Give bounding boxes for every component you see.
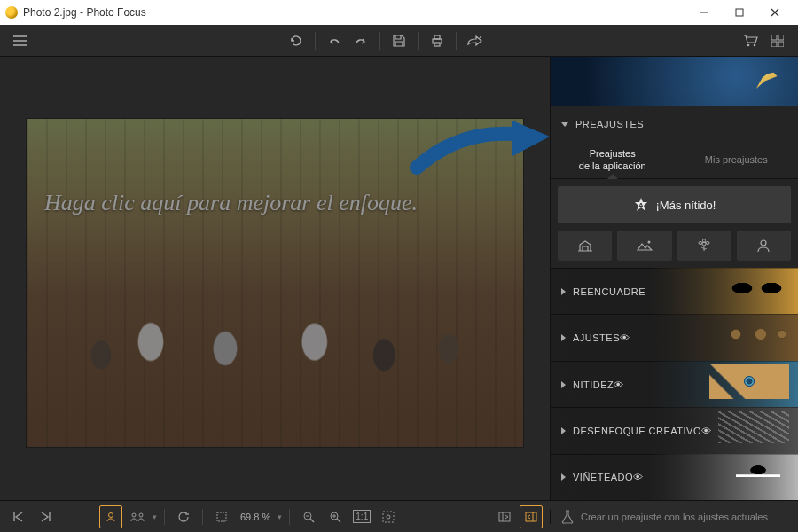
svg-point-27 <box>132 513 136 517</box>
svg-point-10 <box>747 43 750 46</box>
zoom-region-button[interactable] <box>377 505 400 528</box>
flask-icon <box>561 510 574 524</box>
svg-rect-12 <box>771 35 777 40</box>
cart-button[interactable] <box>738 27 764 54</box>
tab-app-presets-line1: Preajustes <box>590 148 636 160</box>
print-button[interactable] <box>424 27 450 54</box>
svg-rect-29 <box>217 512 226 521</box>
section-vineteado-label: VIÑETEADO <box>573 472 633 482</box>
presets-section-header[interactable]: PREAJUSTES <box>551 106 798 142</box>
create-preset-label: Crear un preajuste con los ajustes actua… <box>581 512 768 522</box>
redo-button[interactable] <box>348 27 374 54</box>
panel-toggle-right-button[interactable] <box>520 505 543 528</box>
hint-overlay-text: Haga clic aquí para mejorar el enfoque. <box>44 190 505 216</box>
section-desenfoque[interactable]: DESENFOQUE CREATIVO 👁 <box>551 407 798 453</box>
close-button[interactable] <box>757 0 793 25</box>
svg-rect-37 <box>383 512 394 522</box>
svg-point-28 <box>139 513 143 517</box>
svg-rect-15 <box>778 42 784 47</box>
zoom-100-button[interactable]: 1:1 <box>350 505 373 528</box>
svg-rect-14 <box>771 42 777 47</box>
undo-history-button[interactable] <box>283 27 309 54</box>
sidebar: PREAJUSTES Preajustes de la aplicación M… <box>550 57 798 500</box>
prev-image-button[interactable] <box>7 505 30 528</box>
chevron-right-icon <box>561 473 566 481</box>
section-vineteado[interactable]: VIÑETEADO 👁 <box>551 454 798 500</box>
chevron-right-icon <box>561 334 566 341</box>
svg-line-34 <box>337 519 340 522</box>
eye-icon: 👁 <box>701 426 712 436</box>
section-nitidez[interactable]: NITIDEZ 👁 <box>551 361 798 407</box>
tab-app-presets[interactable]: Preajustes de la aplicación <box>551 142 675 178</box>
menu-button[interactable] <box>7 27 34 54</box>
section-reencuadre-label: REENCUADRE <box>573 286 645 297</box>
eye-icon: 👁 <box>633 472 644 482</box>
preset-cat-portrait[interactable] <box>737 231 791 261</box>
view-compare-button[interactable] <box>126 505 149 528</box>
share-button[interactable] <box>462 27 489 54</box>
preset-cat-macro[interactable] <box>677 231 732 261</box>
svg-point-11 <box>754 43 756 46</box>
svg-line-31 <box>310 519 314 522</box>
section-reencuadre[interactable]: REENCUADRE <box>551 268 798 314</box>
svg-rect-8 <box>434 35 440 39</box>
eye-icon: 👁 <box>620 332 630 343</box>
maximize-button[interactable] <box>722 0 757 25</box>
svg-point-38 <box>387 515 390 519</box>
svg-rect-13 <box>778 35 784 40</box>
building-icon <box>577 239 593 252</box>
presets-header-label: PREAJUSTES <box>575 119 644 129</box>
flower-icon <box>697 239 711 253</box>
undo-button[interactable] <box>321 27 348 54</box>
minimize-button[interactable] <box>686 0 722 25</box>
chevron-right-icon <box>561 381 566 388</box>
next-image-button[interactable] <box>34 505 57 528</box>
tab-app-presets-line2: de la aplicación <box>579 160 646 172</box>
collapsed-sections: REENCUADRE AJUSTES 👁 NITIDEZ 👁 DESENFOQU… <box>551 268 798 500</box>
auto-icon: A <box>633 197 649 213</box>
view-single-button[interactable] <box>99 505 122 528</box>
zoom-level-label: 69.8 % <box>237 512 274 522</box>
svg-point-21 <box>699 242 702 245</box>
window-title: Photo 2.jpg - Photo Focus <box>23 6 146 19</box>
preset-sharper-button[interactable]: A ¡Más nítido! <box>558 186 791 223</box>
panel-toggle-left-button[interactable] <box>493 505 516 528</box>
photo-preview[interactable]: Haga clic aquí para mejorar el enfoque. <box>27 119 523 447</box>
svg-rect-9 <box>434 43 440 46</box>
zoom-in-button[interactable] <box>324 505 347 528</box>
svg-text:A: A <box>638 201 644 209</box>
preset-cat-architecture[interactable] <box>558 231 612 261</box>
svg-rect-1 <box>736 9 743 16</box>
statusbar: ▾ 69.8 % ▾ 1:1 Crear un preajuste con lo… <box>0 500 798 532</box>
save-button[interactable] <box>386 27 412 54</box>
preset-tabs: Preajustes de la aplicación Mis preajust… <box>551 142 798 179</box>
canvas-area[interactable]: Haga clic aquí para mejorar el enfoque. <box>0 57 550 500</box>
tab-my-presets[interactable]: Mis preajustes <box>675 142 799 178</box>
tab-my-presets-label: Mis preajustes <box>705 154 768 166</box>
zoom-out-button[interactable] <box>297 505 320 528</box>
preset-cat-landscape[interactable] <box>617 231 671 261</box>
chevron-down-icon <box>561 122 568 127</box>
chevron-right-icon <box>561 288 566 295</box>
landscape-icon <box>637 239 653 252</box>
section-desenfoque-label: DESENFOQUE CREATIVO <box>573 426 701 436</box>
zoom-fit-button[interactable] <box>210 505 233 528</box>
app-icon <box>5 6 18 19</box>
grid-view-button[interactable] <box>764 27 791 54</box>
preset-sharper-label: ¡Más nítido! <box>656 199 716 212</box>
eye-icon: 👁 <box>614 379 624 390</box>
section-ajustes-label: AJUSTES <box>573 332 620 343</box>
svg-point-18 <box>647 241 650 244</box>
preset-category-row <box>551 231 798 268</box>
person-icon <box>756 239 771 253</box>
titlebar: Photo 2.jpg - Photo Focus <box>0 0 798 25</box>
workspace: Haga clic aquí para mejorar el enfoque. … <box>0 57 798 500</box>
svg-point-23 <box>761 240 766 246</box>
section-nitidez-label: NITIDEZ <box>573 379 614 390</box>
section-ajustes[interactable]: AJUSTES 👁 <box>551 314 798 360</box>
svg-point-22 <box>706 242 709 245</box>
top-toolbar <box>0 25 798 57</box>
rotate-button[interactable] <box>172 505 195 528</box>
create-preset-button[interactable]: Crear un preajuste con los ajustes actua… <box>550 510 798 524</box>
promo-banner[interactable] <box>551 57 798 106</box>
